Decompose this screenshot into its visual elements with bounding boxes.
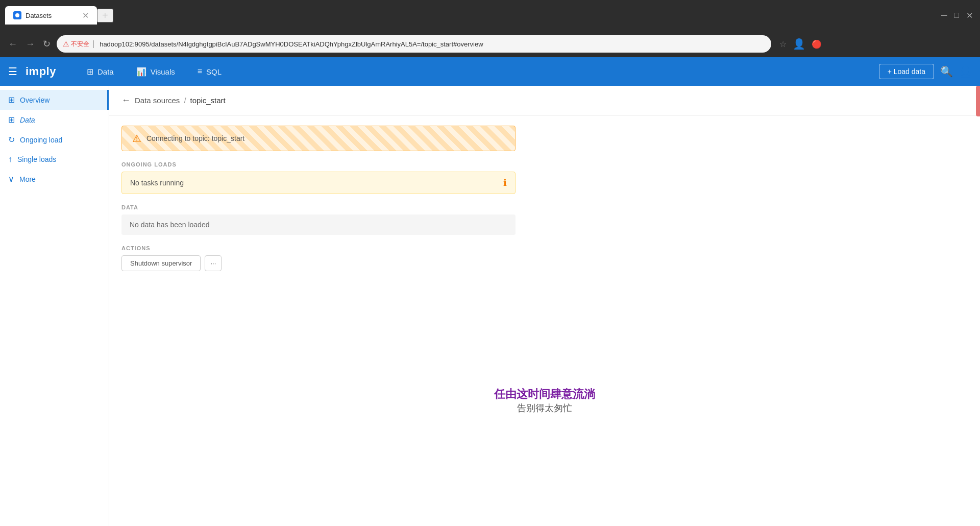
security-text: 不安全 bbox=[71, 40, 89, 49]
more-icon: ∨ bbox=[8, 174, 14, 184]
no-data-text: No data has been loaded bbox=[130, 221, 209, 229]
ongoing-load-icon: ↻ bbox=[8, 135, 15, 145]
address-bar-row: ← → ↻ ⚠ 不安全 | hadoop102:9095/datasets/N4… bbox=[0, 31, 980, 57]
sidebar-item-data[interactable]: ⊞ Data bbox=[0, 110, 109, 130]
nav-data[interactable]: ⊞ Data bbox=[77, 57, 124, 86]
sidebar-ongoing-label: Ongoing load bbox=[20, 136, 62, 144]
data-icon: ⊞ bbox=[8, 115, 15, 125]
warning-banner: ⚠ Connecting to topic: topic_start bbox=[121, 126, 516, 151]
user-profile-icon[interactable]: 👤 bbox=[793, 38, 805, 50]
tab-close-btn[interactable]: ✕ bbox=[82, 11, 89, 20]
shutdown-supervisor-button[interactable]: Shutdown supervisor bbox=[121, 255, 201, 271]
chinese-line2: 告别得太匆忙 bbox=[494, 402, 595, 414]
breadcrumb-current: topic_start bbox=[190, 96, 226, 105]
ongoing-loads-section: ONGOING LOADS No tasks running ℹ bbox=[121, 161, 516, 194]
close-btn[interactable]: ✕ bbox=[964, 9, 975, 22]
data-nav-icon: ⊞ bbox=[87, 67, 93, 77]
address-bar-container[interactable]: ⚠ 不安全 | hadoop102:9095/datasets/N4lgdghg… bbox=[57, 35, 771, 53]
search-icon[interactable]: 🔍 bbox=[940, 65, 953, 78]
security-warning-icon: ⚠ bbox=[63, 40, 69, 48]
breadcrumb-separator: / bbox=[184, 96, 186, 105]
nav-sql[interactable]: ≡ SQL bbox=[187, 57, 232, 86]
url-divider: | bbox=[92, 39, 94, 49]
ongoing-loads-title: ONGOING LOADS bbox=[121, 161, 516, 168]
minimize-btn[interactable]: ─ bbox=[939, 9, 949, 22]
actions-section: ACTIONS Shutdown supervisor ··· bbox=[121, 245, 516, 271]
no-tasks-banner: No tasks running ℹ bbox=[121, 172, 516, 194]
tab-title: Datasets bbox=[26, 12, 52, 19]
url-text: hadoop102:9095/datasets/N4lgdghgtgpiBcIA… bbox=[100, 40, 483, 48]
user-account-icon[interactable]: 👤 bbox=[959, 65, 972, 78]
load-data-button[interactable]: + Load data bbox=[879, 64, 934, 79]
bookmark-icon[interactable]: ☆ bbox=[779, 39, 787, 49]
browser-tab-bar: Datasets ✕ + ─ □ ✕ bbox=[0, 0, 980, 31]
maximize-btn[interactable]: □ bbox=[952, 9, 961, 22]
nav-visuals-label: Visuals bbox=[151, 67, 175, 76]
tab-favicon bbox=[13, 11, 21, 19]
chinese-line1: 任由这时间肆意流淌 bbox=[494, 387, 595, 402]
window-controls: ─ □ ✕ bbox=[939, 9, 975, 22]
app-logo: imply bbox=[26, 65, 56, 78]
sidebar-more-label: More bbox=[19, 175, 36, 183]
sidebar-item-single-loads[interactable]: ↑ Single loads bbox=[0, 150, 109, 169]
actions-row: Shutdown supervisor ··· bbox=[121, 255, 516, 271]
forward-button[interactable]: → bbox=[23, 37, 37, 52]
sidebar-item-more[interactable]: ∨ More bbox=[0, 169, 109, 189]
actions-title: ACTIONS bbox=[121, 245, 516, 251]
overview-icon: ⊞ bbox=[8, 95, 15, 105]
new-tab-button[interactable]: + bbox=[97, 9, 113, 22]
single-loads-icon: ↑ bbox=[8, 155, 12, 164]
active-tab[interactable]: Datasets ✕ bbox=[5, 6, 97, 25]
breadcrumb-path: Data sources bbox=[135, 96, 180, 105]
sidebar-item-overview[interactable]: ⊞ Overview bbox=[0, 90, 109, 110]
refresh-button[interactable]: ↻ bbox=[41, 36, 53, 52]
tabs-container: Datasets ✕ + bbox=[5, 0, 931, 31]
visuals-nav-icon: 📊 bbox=[136, 67, 146, 77]
header-right: + Load data 🔍 👤 bbox=[879, 64, 972, 79]
sidebar-single-loads-label: Single loads bbox=[17, 155, 56, 163]
warning-text: Connecting to topic: topic_start bbox=[146, 134, 244, 142]
app-header: ☰ imply ⊞ Data 📊 Visuals ≡ SQL + Load da… bbox=[0, 57, 980, 86]
breadcrumb: ← Data sources / topic_start bbox=[109, 86, 980, 115]
address-actions: ☆ 👤 🔴 bbox=[779, 38, 822, 50]
no-data-box: No data has been loaded bbox=[121, 214, 516, 235]
nav-data-label: Data bbox=[97, 67, 114, 76]
hamburger-menu[interactable]: ☰ bbox=[8, 65, 17, 78]
back-button[interactable]: ← bbox=[6, 37, 19, 52]
security-badge: ⚠ 不安全 bbox=[63, 40, 89, 49]
breadcrumb-back-icon[interactable]: ← bbox=[121, 95, 131, 106]
no-tasks-text: No tasks running bbox=[130, 179, 184, 187]
sidebar: ⊞ Overview ⊞ Data ↻ Ongoing load ↑ Singl… bbox=[0, 86, 109, 526]
nav-sql-label: SQL bbox=[206, 67, 222, 76]
data-section-title: DATA bbox=[121, 204, 516, 210]
sidebar-item-ongoing-load[interactable]: ↻ Ongoing load bbox=[0, 130, 109, 150]
svg-point-0 bbox=[15, 13, 19, 17]
warning-icon: ⚠ bbox=[132, 132, 141, 145]
scrollbar-indicator[interactable] bbox=[976, 86, 980, 116]
content-lower-area: 任由这时间肆意流淌 告别得太匆忙 bbox=[109, 292, 980, 445]
more-actions-button[interactable]: ··· bbox=[205, 255, 222, 271]
data-section: DATA No data has been loaded bbox=[121, 204, 516, 235]
sidebar-overview-label: Overview bbox=[20, 96, 50, 104]
info-icon: ℹ bbox=[503, 177, 507, 188]
chinese-text-overlay: 任由这时间肆意流淌 告别得太匆忙 bbox=[494, 387, 595, 414]
nav-visuals[interactable]: 📊 Visuals bbox=[126, 57, 185, 86]
main-layout: ⊞ Overview ⊞ Data ↻ Ongoing load ↑ Singl… bbox=[0, 86, 980, 526]
extension-icon[interactable]: 🔴 bbox=[812, 39, 822, 49]
sql-nav-icon: ≡ bbox=[198, 67, 202, 76]
content-area: ← Data sources / topic_start ⚠ Connectin… bbox=[109, 86, 980, 526]
sidebar-data-label: Data bbox=[20, 116, 35, 124]
header-nav: ⊞ Data 📊 Visuals ≡ SQL bbox=[77, 57, 232, 86]
main-content: ⚠ Connecting to topic: topic_start ONGOI… bbox=[109, 115, 528, 292]
